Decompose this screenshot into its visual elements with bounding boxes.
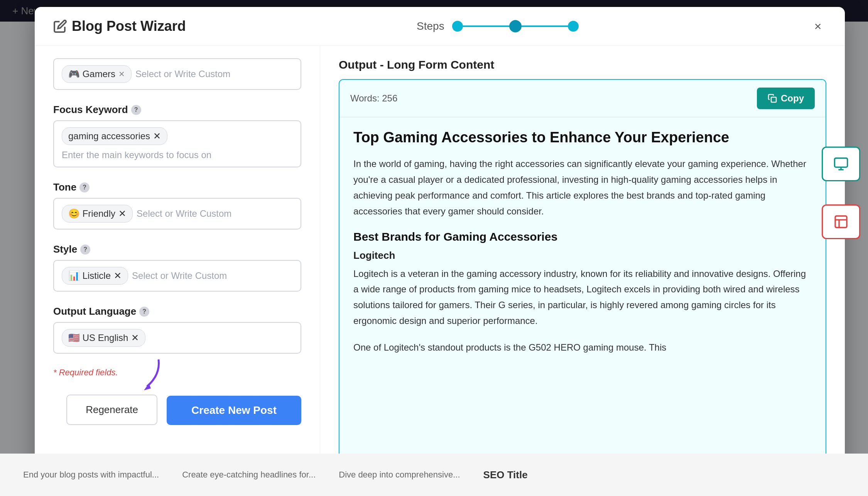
modal-header: Blog Post Wizard Steps × (35, 7, 845, 46)
copy-label: Copy (781, 93, 804, 104)
tone-chip[interactable]: 😊 Friendly ✕ (62, 205, 133, 223)
close-button[interactable]: × (809, 18, 826, 35)
audience-placeholder: Select or Write Custom (135, 69, 230, 79)
focus-keyword-label: Focus Keyword ? (53, 104, 301, 116)
focus-keyword-group: Focus Keyword ? gaming accessories ✕ Ent… (53, 104, 301, 167)
content-heading-1: Top Gaming Accessories to Enhance Your E… (353, 128, 812, 147)
style-placeholder: Select or Write Custom (132, 270, 227, 281)
keyword-top: gaming accessories ✕ (62, 127, 293, 145)
step-dot-2 (509, 20, 522, 32)
step-line-1 (463, 25, 509, 27)
tone-group: Tone ? 😊 Friendly ✕ Select or Write Cust… (53, 181, 301, 229)
style-chip-label: 📊 Listicle (68, 270, 111, 281)
style-chip-remove[interactable]: ✕ (114, 270, 122, 281)
copy-button[interactable]: Copy (757, 88, 815, 109)
copy-icon (768, 94, 777, 103)
bottom-bar-text-2: Create eye-catching headlines for... (182, 470, 316, 480)
blog-post-wizard-modal: Blog Post Wizard Steps × 🎮 Gamers ✕ (35, 7, 845, 489)
side-widget-2 (822, 204, 860, 239)
pencil-icon (53, 19, 67, 33)
language-chip[interactable]: 🇺🇸 US English ✕ (62, 329, 145, 347)
style-group: Style ? 📊 Listicle ✕ Select or Write Cus… (53, 243, 301, 292)
step-dot-1 (452, 21, 463, 32)
tone-chip-label: 😊 Friendly (68, 208, 115, 219)
content-card: Words: 256 Copy Top Gaming Accessories t… (339, 79, 826, 477)
steps-label: Steps (417, 20, 444, 32)
modal-title-area: Blog Post Wizard (53, 18, 186, 34)
keyword-chip-label: gaming accessories (68, 131, 150, 142)
language-label: Output Language ? (53, 305, 301, 317)
arrow-indicator (132, 356, 162, 394)
bottom-bar-text-1: End your blog posts with impactful... (23, 470, 159, 480)
bottom-section: * Required fields. Regenerate Create New… (53, 368, 301, 425)
right-panel: Output - Long Form Content Words: 256 Co… (320, 46, 845, 489)
audience-chip-label: 🎮 Gamers (68, 69, 115, 79)
style-field[interactable]: 📊 Listicle ✕ Select or Write Custom (53, 260, 301, 292)
keyword-chip[interactable]: gaming accessories ✕ (62, 127, 167, 145)
svg-rect-2 (834, 158, 847, 167)
modal-body: 🎮 Gamers ✕ Select or Write Custom Focus … (35, 46, 845, 489)
bottom-actions: Regenerate Create New Post (53, 390, 301, 425)
language-group: Output Language ? 🇺🇸 US English ✕ (53, 305, 301, 354)
focus-keyword-help-icon[interactable]: ? (131, 105, 141, 115)
audience-chip-remove[interactable]: ✕ (118, 69, 125, 79)
required-note: * Required fields. (53, 368, 301, 378)
content-heading-2-brands: Best Brands for Gaming Accessories (353, 230, 812, 243)
style-label: Style ? (53, 243, 301, 255)
tone-chip-remove[interactable]: ✕ (118, 208, 126, 219)
language-chip-label: 🇺🇸 US English (68, 332, 128, 343)
content-heading-3-logitech: Logitech (353, 250, 812, 261)
create-new-post-button[interactable]: Create New Post (167, 396, 301, 425)
language-chip-remove[interactable]: ✕ (131, 332, 139, 343)
word-count: Words: 256 (350, 93, 397, 104)
regenerate-button[interactable]: Regenerate (66, 395, 157, 425)
keyword-placeholder: Enter the main keywords to focus on (62, 150, 293, 160)
side-widget-1 (822, 147, 860, 181)
focus-keyword-input[interactable]: gaming accessories ✕ Enter the main keyw… (53, 120, 301, 167)
style-chip[interactable]: 📊 Listicle ✕ (62, 267, 128, 285)
audience-field[interactable]: 🎮 Gamers ✕ Select or Write Custom (53, 58, 301, 90)
seo-title-label: SEO Title (483, 469, 528, 481)
modal-title-text: Blog Post Wizard (72, 18, 186, 34)
tone-field[interactable]: 😊 Friendly ✕ Select or Write Custom (53, 198, 301, 229)
keyword-chip-remove[interactable]: ✕ (153, 131, 161, 142)
bottom-bar: End your blog posts with impactful... Cr… (0, 454, 868, 496)
language-field[interactable]: 🇺🇸 US English ✕ (53, 322, 301, 354)
audience-chip[interactable]: 🎮 Gamers ✕ (62, 65, 132, 83)
style-help-icon[interactable]: ? (80, 245, 90, 255)
tone-placeholder: Select or Write Custom (137, 208, 231, 219)
step-dot-3 (568, 21, 579, 32)
content-logitech-paragraph-2: One of Logitech's standout products is t… (353, 340, 812, 356)
tone-help-icon[interactable]: ? (79, 182, 90, 192)
steps-track (452, 20, 579, 32)
tone-label: Tone ? (53, 181, 301, 193)
content-intro-paragraph: In the world of gaming, having the right… (353, 156, 812, 219)
steps-area: Steps (417, 20, 579, 32)
step-line-2 (522, 25, 568, 27)
content-card-header: Words: 256 Copy (339, 80, 826, 117)
content-body: Top Gaming Accessories to Enhance Your E… (339, 117, 826, 476)
svg-rect-1 (771, 97, 776, 102)
bottom-bar-text-3: Dive deep into comprehensive... (339, 470, 460, 480)
left-panel: 🎮 Gamers ✕ Select or Write Custom Focus … (35, 46, 320, 489)
output-title: Output - Long Form Content (339, 58, 826, 71)
language-help-icon[interactable]: ? (139, 307, 149, 317)
svg-rect-5 (835, 216, 847, 228)
content-logitech-paragraph: Logitech is a veteran in the gaming acce… (353, 266, 812, 329)
